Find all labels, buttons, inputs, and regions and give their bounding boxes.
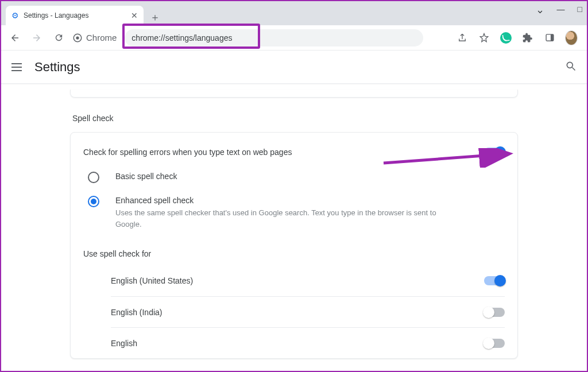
site-info[interactable]: Chrome (72, 33, 117, 43)
url-text: chrome://settings/languages (131, 33, 232, 42)
reload-button[interactable] (51, 30, 67, 46)
menu-button[interactable] (11, 63, 22, 71)
tab-title: Settings - Languages (24, 11, 88, 20)
language-list: English (United States) English (India) … (83, 265, 505, 358)
forward-button[interactable] (29, 30, 45, 46)
lang-row-en: English (111, 327, 505, 358)
profile-avatar[interactable] (565, 32, 578, 44)
enhanced-desc: Uses the same spell checker that's used … (115, 207, 437, 230)
grammarly-extension-icon[interactable] (500, 32, 512, 44)
enhanced-label: Enhanced spell check (115, 196, 437, 205)
lang-row-en-us: English (United States) (111, 265, 505, 296)
chrome-icon (72, 33, 83, 43)
tab-strip: ⚙ Settings - Languages ✕ ＋ ⌄ — □ (1, 1, 587, 25)
bookmark-icon[interactable] (478, 32, 490, 44)
svg-point-4 (567, 62, 572, 68)
browser-toolbar: Chrome chrome://settings/languages (1, 25, 587, 51)
back-button[interactable] (7, 30, 23, 46)
chrome-label: Chrome (86, 33, 117, 42)
settings-header: Settings (1, 51, 587, 84)
lang-row-en-in: English (India) (111, 296, 505, 327)
search-settings-icon[interactable] (565, 60, 577, 74)
section-label: Spell check (70, 114, 518, 123)
lang-toggle-en-in[interactable] (484, 308, 505, 317)
extensions-icon[interactable] (521, 32, 534, 44)
settings-favicon-icon: ⚙ (11, 11, 19, 20)
lang-toggle-en[interactable] (484, 339, 505, 348)
spellcheck-master-row: Check for spelling errors when you type … (83, 144, 505, 167)
share-icon[interactable] (456, 32, 469, 44)
window-controls: ⌄ — □ (536, 5, 582, 17)
svg-point-1 (76, 36, 79, 39)
side-panel-icon[interactable] (543, 32, 556, 44)
page-title: Settings (34, 60, 80, 75)
spellcheck-master-toggle[interactable] (484, 148, 505, 157)
settings-content: Spell check Check for spelling errors wh… (1, 84, 587, 359)
radio-basic[interactable] (88, 172, 99, 183)
lang-name: English (United States) (111, 276, 193, 285)
enhanced-spellcheck-option[interactable]: Enhanced spell check Uses the same spell… (83, 191, 505, 238)
use-for-label: Use spell check for (83, 238, 505, 265)
lang-toggle-en-us[interactable] (484, 276, 505, 285)
close-tab-icon[interactable]: ✕ (131, 11, 138, 20)
previous-card-edge (70, 90, 518, 98)
chevron-down-icon[interactable]: ⌄ (536, 3, 544, 16)
radio-enhanced[interactable] (88, 196, 99, 207)
basic-label: Basic spell check (115, 172, 177, 181)
basic-spellcheck-option[interactable]: Basic spell check (83, 167, 505, 191)
minimize-icon[interactable]: — (557, 5, 565, 17)
browser-tab[interactable]: ⚙ Settings - Languages ✕ (6, 6, 144, 25)
svg-line-5 (572, 67, 575, 70)
lang-name: English (India) (111, 308, 163, 317)
spellcheck-toggle-label: Check for spelling errors when you type … (83, 148, 292, 157)
maximize-icon[interactable]: □ (578, 5, 582, 17)
address-bar[interactable]: chrome://settings/languages (125, 29, 423, 46)
svg-rect-3 (550, 34, 553, 41)
spellcheck-card: Check for spelling errors when you type … (70, 132, 518, 359)
new-tab-button[interactable]: ＋ (147, 9, 163, 25)
lang-name: English (111, 339, 137, 348)
